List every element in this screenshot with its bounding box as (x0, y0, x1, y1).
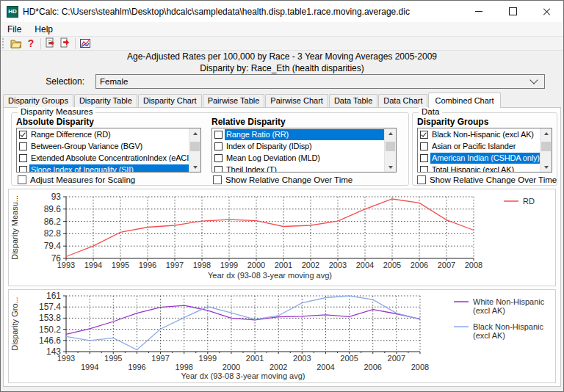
item-label: Mean Log Deviation (MLD) (225, 153, 384, 164)
adjust-measures-checkbox[interactable]: Adjust Measures for Scaling (18, 175, 135, 184)
absolute-disparity-title: Absolute Disparity (16, 117, 94, 127)
disparity-groups-list[interactable]: Black Non-Hispanic (excl AK)Asian or Pac… (417, 128, 552, 173)
list-item[interactable]: Total Hispanic (excl AK) (418, 164, 540, 172)
maximize-button[interactable] (496, 1, 529, 22)
tab-disparity-groups[interactable]: Disparity Groups (3, 94, 73, 107)
scroll-thumb[interactable] (541, 142, 551, 151)
tab-combined-chart[interactable]: Combined Chart (428, 92, 500, 108)
item-checkbox[interactable] (214, 131, 223, 139)
title-bar: HD HD*Calc: C:\Users\steahlm\Desktop\hdc… (1, 1, 563, 22)
scrollbar[interactable] (540, 128, 552, 172)
close-button[interactable] (529, 1, 563, 22)
svg-text:161: 161 (46, 291, 61, 301)
group-title: Disparity Measures (18, 107, 95, 116)
report-title-line2: Disparity by: Race_Eth (health dispariti… (0, 63, 564, 73)
tab-disparity-table[interactable]: Disparity Table (74, 94, 137, 107)
scroll-down-icon[interactable] (189, 162, 200, 172)
list-item[interactable]: Range Ratio (RR) (212, 128, 384, 140)
svg-text:1994: 1994 (84, 261, 102, 269)
svg-text:Year dx (93-08 3-year moving a: Year dx (93-08 3-year moving avg) (208, 271, 332, 280)
item-checkbox[interactable] (214, 154, 223, 162)
checkbox-label: Adjust Measures for Scaling (30, 175, 135, 184)
selection-value: Female (96, 77, 531, 86)
help-button[interactable]: ? (24, 37, 38, 50)
scroll-up-icon[interactable] (189, 128, 200, 138)
checkbox-box[interactable] (18, 175, 26, 184)
checkbox-box[interactable] (213, 175, 222, 184)
item-checkbox[interactable] (19, 166, 27, 173)
checkbox-box[interactable] (417, 175, 426, 184)
list-item[interactable]: Theil Index (T) (212, 164, 384, 172)
scrollbar[interactable] (384, 128, 396, 172)
item-label: Theil Index (T) (225, 164, 384, 173)
scroll-down-icon[interactable] (540, 162, 552, 172)
svg-text:1993: 1993 (57, 354, 75, 363)
item-checkbox[interactable] (420, 131, 428, 139)
menu-help[interactable]: Help (28, 23, 59, 36)
show-relative-change-checkbox[interactable]: Show Relative Change Over Time (213, 175, 352, 184)
data-group: Data Disparity Groups Black Non-Hispanic… (412, 112, 557, 186)
tab-data-chart[interactable]: Data Chart (378, 94, 427, 107)
list-item[interactable]: Mean Log Deviation (MLD) (212, 152, 384, 164)
item-checkbox[interactable] (420, 142, 428, 150)
item-label: Asian or Pacific Islander (430, 141, 540, 152)
export-report-button[interactable] (43, 37, 58, 50)
chart-button[interactable] (78, 37, 93, 50)
absolute-disparity-list[interactable]: Range Difference (RD)Between-Group Varia… (16, 128, 201, 173)
menu-file[interactable]: File (1, 23, 28, 36)
relative-disparity-list[interactable]: Range Ratio (RR)Index of Disparity (IDis… (212, 128, 397, 173)
item-checkbox[interactable] (19, 154, 27, 162)
toolbar-separator (40, 38, 41, 49)
tab-data-table[interactable]: Data Table (329, 94, 377, 107)
list-item[interactable]: Between-Group Variance (BGV) (17, 140, 189, 152)
toolbar: ? (1, 36, 563, 51)
list-item[interactable]: Range Difference (RD) (17, 128, 189, 140)
svg-text:RD: RD (523, 197, 535, 206)
scroll-thumb[interactable] (190, 142, 200, 151)
list-item[interactable]: Extended Absolute ConcentrationIndex (eA… (17, 152, 189, 164)
item-checkbox[interactable] (214, 142, 223, 150)
item-label: Range Difference (RD) (29, 129, 189, 140)
toolbar-separator (75, 38, 76, 49)
export-data-icon (59, 37, 71, 49)
svg-text:2005: 2005 (340, 354, 358, 363)
scroll-thumb[interactable] (386, 142, 395, 151)
checkbox-label: Show Relative Change Over Time (430, 175, 557, 184)
item-label: American Indian (CSHDA only) (430, 153, 540, 164)
item-label: Index of Disparity (IDisp) (225, 141, 384, 152)
item-checkbox[interactable] (19, 131, 27, 139)
selection-dropdown[interactable]: Female (95, 74, 545, 89)
svg-text:2002: 2002 (270, 363, 287, 371)
tab-pairwise-chart[interactable]: Pairwise Chart (265, 94, 328, 107)
svg-text:1994: 1994 (81, 363, 98, 371)
item-checkbox[interactable] (214, 166, 223, 173)
list-item[interactable]: Index of Disparity (IDisp) (212, 140, 384, 152)
disparity-measure-chart: 7679.482.886.289.69319931994199519961997… (9, 189, 555, 286)
item-checkbox[interactable] (420, 166, 428, 173)
group-title: Data (419, 107, 442, 116)
scroll-up-icon[interactable] (385, 128, 396, 138)
report-title-line1: Age-Adjusted Rates per 100,000 by Race -… (0, 51, 564, 62)
show-relative-change-checkbox[interactable]: Show Relative Change Over Time (417, 175, 557, 184)
export-data-button[interactable] (58, 37, 73, 50)
scroll-up-icon[interactable] (540, 128, 552, 138)
list-item[interactable]: Slope Index of Inequality (SII) (17, 164, 189, 172)
scroll-down-icon[interactable] (385, 162, 396, 172)
item-checkbox[interactable] (420, 154, 428, 162)
selection-label: Selection: (29, 76, 84, 87)
open-folder-button[interactable] (9, 37, 24, 50)
svg-text:79.4: 79.4 (44, 241, 62, 251)
list-item[interactable]: Black Non-Hispanic (excl AK) (418, 128, 540, 140)
selection-row: Selection: Female (0, 74, 564, 89)
tab-pairwise-table[interactable]: Pairwise Table (203, 94, 265, 107)
scrollbar[interactable] (189, 128, 200, 172)
svg-text:153.8: 153.8 (39, 313, 61, 323)
svg-text:2001: 2001 (246, 354, 264, 363)
list-item[interactable]: American Indian (CSHDA only) (418, 152, 540, 164)
disparity-measure-chart-panel: 7679.482.886.289.69319931994199519961997… (8, 189, 556, 286)
tab-disparity-chart[interactable]: Disparity Chart (138, 94, 202, 107)
svg-text:Year dx (93-08 3-year moving a: Year dx (93-08 3-year moving avg) (181, 371, 306, 380)
list-item[interactable]: Asian or Pacific Islander (418, 140, 540, 152)
item-checkbox[interactable] (19, 142, 27, 150)
minimize-button[interactable] (462, 1, 496, 22)
